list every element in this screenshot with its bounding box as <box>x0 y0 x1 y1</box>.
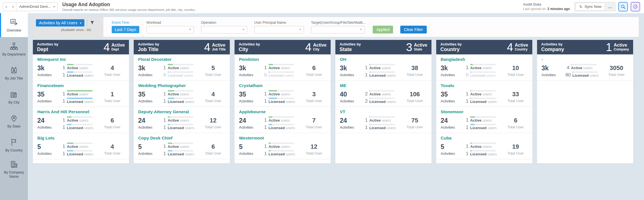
activities-count: 35 <box>441 91 465 98</box>
sync-now-button[interactable]: ↻ Sync Now <box>576 3 605 11</box>
users-word: users <box>482 66 492 70</box>
entity-name[interactable]: Big Lots <box>37 136 125 141</box>
card-title: Company <box>541 47 564 52</box>
card-title: Job Title <box>138 47 159 52</box>
entity-name[interactable]: OH <box>340 57 427 62</box>
entity-row: Westermont 5 Activities 1 Active users 1 <box>235 133 331 159</box>
view-dropdown-button[interactable]: Activities by All Users ▾ <box>36 19 84 26</box>
applied-button[interactable]: Applied <box>373 26 393 33</box>
licensed-users-count: 1 <box>61 125 65 130</box>
entity-name[interactable]: Bangladesh <box>441 57 528 62</box>
active-users-count: 1 <box>61 91 65 96</box>
users-word: users <box>281 92 290 96</box>
workload-select[interactable]: ▼ <box>147 26 194 33</box>
id-badge-icon <box>9 66 19 75</box>
active-word: Active <box>269 144 280 149</box>
total-users-count: 1 <box>100 91 125 98</box>
summary-card: Activities by City 4 Active City Pondsto… <box>235 40 331 163</box>
nav-forward-button[interactable]: › <box>10 3 16 11</box>
filter-funnel-button[interactable] <box>90 20 95 25</box>
sidebar-item-label: By Country <box>5 148 23 152</box>
licensed-users-label: Licensed users <box>470 74 496 78</box>
entity-name[interactable]: - <box>541 57 629 62</box>
sidebar-item-label: Overview <box>7 28 21 32</box>
total-user-label: Total User <box>402 99 427 103</box>
sidebar-item-by-department[interactable]: By Department <box>0 37 28 61</box>
entity-name[interactable]: Applebourne <box>239 109 326 114</box>
active-users-count: 1 <box>465 65 469 70</box>
card-header: Activities by Job Title 4 Active Job Tit… <box>134 40 230 54</box>
active-users-label: Active users <box>470 92 496 96</box>
sidebar-item-by-job-title[interactable]: By Job Title <box>0 61 28 85</box>
more-options-button[interactable]: ... <box>606 4 615 9</box>
entity-name[interactable]: Cuba <box>441 136 528 141</box>
entity-name[interactable]: Harris And Hill Personnel <box>37 109 125 114</box>
map-pin-icon <box>9 114 19 123</box>
active-users-count: 1 <box>61 65 65 70</box>
event-time-button[interactable]: Last 7 Days <box>112 26 139 33</box>
nav-back-button[interactable]: ‹ <box>3 3 10 11</box>
entity-name[interactable]: VT <box>340 109 427 114</box>
user-principal-name-select[interactable]: ▼ <box>254 26 304 33</box>
card-title-prefix: Activities by <box>340 42 361 46</box>
active-users-label: Active users <box>168 145 193 149</box>
content-top-strip <box>28 13 644 15</box>
entity-name[interactable]: Wedding Photographer <box>138 83 225 88</box>
activities-label: Activities <box>239 99 263 103</box>
card-title-prefix: Activities by <box>138 42 159 46</box>
total-user-label: Total User <box>201 73 225 77</box>
entity-name[interactable]: Floral Decorator <box>138 57 225 62</box>
card-active-count: 4 <box>507 42 513 53</box>
sidebar-item-by-country[interactable]: By Country <box>0 133 28 157</box>
org-chart-icon <box>9 42 19 51</box>
tenant-dropdown[interactable]: AdminDroid Dem... ▾ <box>16 4 57 9</box>
entity-name[interactable]: Minequest Inc <box>37 57 125 62</box>
active-users-bar-fill <box>269 143 270 144</box>
search-button[interactable] <box>618 2 628 11</box>
active-users-bar <box>369 116 395 118</box>
clear-filter-button[interactable]: Clear Filter <box>400 26 426 33</box>
users-word: users <box>180 144 189 149</box>
activities-count: 24 <box>340 117 364 124</box>
sidebar-item-by-company-name[interactable]: By Company Name <box>0 157 28 181</box>
total-users-count: 106 <box>402 91 427 98</box>
licensed-word: Licensed <box>67 126 83 130</box>
licensed-users-bar <box>572 71 598 73</box>
card-active-sub: Job Title <box>212 47 226 51</box>
users-word: users <box>84 126 93 130</box>
schedule-button[interactable] <box>631 2 640 11</box>
licensed-users-label: Licensed users <box>269 74 294 78</box>
active-word: Active <box>168 144 179 149</box>
active-users-bar <box>269 143 294 144</box>
licensed-users-count: 1 <box>263 125 267 130</box>
active-users-bar <box>67 143 92 144</box>
activities-count: 35 <box>37 91 61 98</box>
sidebar-item-by-city[interactable]: By City <box>0 85 28 109</box>
entity-name[interactable]: Copy Desk Chief <box>138 136 225 141</box>
entity-name[interactable]: Tuvalu <box>441 83 528 88</box>
entity-name[interactable]: Stonemoor <box>441 109 528 114</box>
users-word: users <box>382 118 391 122</box>
licensed-users-count: 1 <box>465 99 469 103</box>
entity-name[interactable]: ME <box>340 83 427 88</box>
active-users-bar-fill <box>470 64 473 65</box>
users-word: users <box>583 66 592 70</box>
operation-select[interactable]: ▼ <box>201 26 247 33</box>
sidebar-item-by-state[interactable]: By State <box>0 109 28 133</box>
entity-name[interactable]: Pondston <box>239 57 326 62</box>
target-select[interactable]: ▼ <box>311 26 365 33</box>
licensed-users-label: Licensed users <box>470 126 497 130</box>
active-users-label: Active users <box>67 145 92 149</box>
licensed-users-count: 0 <box>162 73 166 77</box>
entity-name[interactable]: Financeteam <box>37 83 125 88</box>
entity-name[interactable]: Deputy Attorney General <box>138 109 225 114</box>
licensed-users-bar <box>269 71 294 73</box>
entity-name[interactable]: Westermont <box>239 136 326 141</box>
total-users-count: 75 <box>402 117 427 124</box>
entity-name[interactable]: Crystalham <box>239 83 326 88</box>
licensed-users-bar-fill <box>168 150 172 151</box>
sidebar-item-overview[interactable]: Overview <box>0 13 28 37</box>
active-users-bar <box>168 90 193 91</box>
chevron-down-icon: ▾ <box>53 5 55 8</box>
card-title-prefix: Activities by <box>541 42 564 46</box>
